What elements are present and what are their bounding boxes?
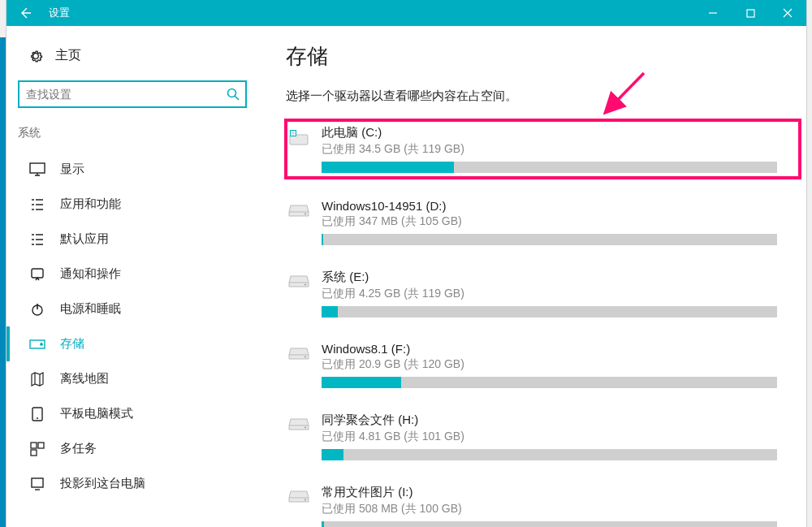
drive-icon [287, 342, 310, 361]
sidebar-item-1[interactable]: 应用和功能 [6, 187, 258, 222]
drive-usage-bar [322, 234, 777, 245]
nav-icon [29, 442, 45, 456]
drive-usage-text: 已使用 34.5 GB (共 119 GB) [322, 142, 777, 157]
nav-icon [29, 302, 45, 317]
titlebar: 设置 [6, 0, 806, 26]
drive-name: 此电脑 (C:) [322, 125, 777, 140]
section-heading-system: 系统 [6, 123, 258, 152]
drive-info: 同学聚会文件 (H:)已使用 4.81 GB (共 101 GB) [322, 413, 777, 460]
search-icon [226, 87, 240, 102]
drive-usage-bar-fill [322, 449, 343, 460]
close-button[interactable] [769, 1, 806, 25]
svg-rect-2 [30, 163, 45, 173]
drive-info: Windows8.1 (F:)已使用 20.9 GB (共 120 GB) [322, 342, 777, 388]
drive-info: 系统 (E:)已使用 4.25 GB (共 119 GB) [322, 270, 777, 317]
svg-point-23 [304, 499, 306, 501]
drive-list: 此电脑 (C:)已使用 34.5 GB (共 119 GB)Windows10-… [286, 119, 801, 527]
drive-usage-text: 已使用 4.81 GB (共 101 GB) [322, 430, 777, 444]
sidebar-item-label: 投影到这台电脑 [60, 476, 145, 491]
drive-usage-bar-fill [322, 377, 401, 388]
drive-icon [287, 485, 310, 504]
maximize-icon [746, 9, 755, 18]
drive-name: 常用文件图片 (I:) [322, 485, 777, 500]
svg-point-20 [304, 284, 306, 286]
drive-usage-bar-fill [322, 521, 324, 527]
sidebar-item-7[interactable]: 平板电脑模式 [6, 396, 258, 431]
window-title: 设置 [49, 6, 70, 20]
drive-item-0[interactable]: 此电脑 (C:)已使用 34.5 GB (共 119 GB) [284, 119, 801, 179]
arrow-left-icon [18, 6, 32, 20]
drive-item-4[interactable]: 同学聚会文件 (H:)已使用 4.81 GB (共 101 GB) [286, 408, 801, 465]
sidebar-item-2[interactable]: 默认应用 [6, 222, 258, 257]
drive-item-2[interactable]: 系统 (E:)已使用 4.25 GB (共 119 GB) [286, 265, 801, 322]
drive-item-3[interactable]: Windows8.1 (F:)已使用 20.9 GB (共 120 GB) [286, 337, 801, 393]
svg-point-22 [304, 427, 306, 429]
sidebar: 主页 系统 显示应用和功能默认应用通知和操作电源和睡眠存储离线地图平板电脑模式多… [6, 26, 258, 527]
drive-usage-bar-fill [322, 234, 323, 245]
drive-usage-bar [322, 521, 777, 527]
sidebar-item-label: 离线地图 [60, 371, 109, 387]
drive-usage-bar [322, 449, 777, 460]
drive-item-1[interactable]: Windows10-14951 (D:)已使用 347 MB (共 105 GB… [286, 194, 801, 250]
sidebar-item-8[interactable]: 多任务 [6, 431, 258, 466]
nav-icon [29, 372, 45, 387]
maximize-button[interactable] [732, 1, 769, 25]
svg-rect-16 [293, 131, 296, 133]
svg-point-8 [37, 417, 38, 419]
page-subtitle: 选择一个驱动器以查看哪些内容在占空间。 [286, 89, 801, 104]
minimize-button[interactable] [694, 1, 732, 25]
svg-rect-3 [32, 269, 43, 278]
nav-icon [29, 338, 45, 351]
drive-info: Windows10-14951 (D:)已使用 347 MB (共 105 GB… [322, 199, 777, 245]
page-title: 存储 [286, 42, 801, 71]
drive-icon [287, 199, 310, 218]
svg-rect-17 [291, 133, 293, 136]
sidebar-item-6[interactable]: 离线地图 [6, 361, 258, 396]
drive-usage-bar [322, 377, 777, 388]
nav-icon [29, 477, 45, 491]
search-box[interactable] [18, 80, 247, 108]
sidebar-item-9[interactable]: 投影到这台电脑 [6, 466, 258, 501]
minimize-icon [708, 8, 718, 18]
drive-usage-bar [322, 162, 777, 173]
drive-name: Windows10-14951 (D:) [322, 199, 777, 213]
svg-rect-12 [32, 478, 43, 487]
sidebar-item-3[interactable]: 通知和操作 [6, 257, 258, 292]
svg-point-1 [228, 89, 236, 97]
drive-item-5[interactable]: 常用文件图片 (I:)已使用 508 MB (共 100 GB) [286, 480, 801, 527]
sidebar-item-0[interactable]: 显示 [6, 152, 258, 187]
svg-rect-10 [38, 443, 44, 448]
svg-rect-9 [31, 443, 37, 448]
drive-icon [287, 413, 310, 432]
back-button[interactable] [6, 0, 44, 26]
drive-name: 同学聚会文件 (H:) [322, 413, 777, 428]
sidebar-item-label: 平板电脑模式 [60, 406, 133, 421]
nav-icon [29, 162, 45, 177]
nav-icon [29, 267, 45, 282]
drive-info: 常用文件图片 (I:)已使用 508 MB (共 100 GB) [322, 485, 777, 527]
svg-rect-18 [293, 133, 296, 136]
drive-info: 此电脑 (C:)已使用 34.5 GB (共 119 GB) [322, 125, 777, 173]
sidebar-item-label: 电源和睡眠 [60, 301, 121, 317]
home-link[interactable]: 主页 [6, 42, 258, 76]
drive-usage-text: 已使用 4.25 GB (共 119 GB) [322, 287, 777, 301]
left-accent-edge [0, 37, 6, 527]
sidebar-item-label: 存储 [60, 336, 84, 352]
drive-icon [287, 270, 310, 289]
main-content: 存储 选择一个驱动器以查看哪些内容在占空间。 此电脑 (C:)已使用 34.5 … [258, 26, 806, 527]
sidebar-item-label: 通知和操作 [60, 266, 121, 282]
home-label: 主页 [55, 47, 81, 64]
drive-usage-bar-fill [322, 162, 454, 173]
svg-point-21 [304, 356, 306, 358]
drive-usage-bar [322, 306, 777, 317]
drive-name: 系统 (E:) [322, 270, 777, 285]
gear-icon [28, 48, 44, 64]
drive-usage-text: 已使用 508 MB (共 100 GB) [322, 502, 777, 516]
svg-rect-11 [31, 450, 37, 456]
drive-usage-bar-fill [322, 306, 338, 317]
sidebar-item-5[interactable]: 存储 [6, 326, 258, 361]
sidebar-item-4[interactable]: 电源和睡眠 [6, 292, 258, 326]
sidebar-item-label: 应用和功能 [60, 197, 121, 212]
search-input[interactable] [26, 88, 226, 101]
sidebar-item-label: 默认应用 [60, 231, 109, 247]
